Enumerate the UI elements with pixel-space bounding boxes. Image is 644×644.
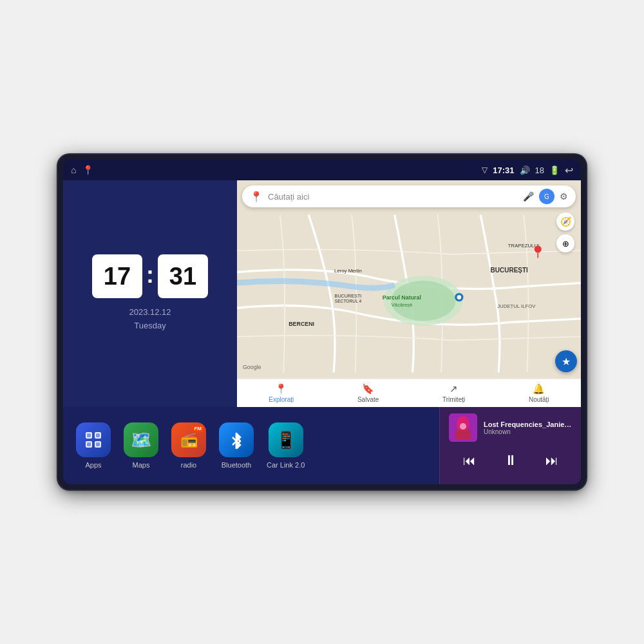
map-navigate-button[interactable]: ★ xyxy=(555,350,577,372)
date-info: 2023.12.12 Tuesday xyxy=(129,306,171,333)
map-nav-news-label: Noutăți xyxy=(529,396,549,403)
next-button[interactable]: ⏭ xyxy=(540,451,564,471)
carlink-icon-box: 📱 xyxy=(269,422,303,457)
status-time: 17:31 xyxy=(493,166,514,175)
car-head-unit: ⌂ 📍 ▽ 17:31 🔊 18 🔋 ↩ 17 : 31 xyxy=(58,155,586,489)
explore-icon: 📍 xyxy=(275,383,287,395)
maps-icon-box: 🗺️ xyxy=(124,422,158,457)
media-controls: ⏮ ⏸ ⏭ xyxy=(449,447,572,474)
status-left: ⌂ 📍 xyxy=(71,165,93,175)
main-content: 17 : 31 2023.12.12 Tuesday xyxy=(63,180,581,484)
clock-widget: 17 : 31 2023.12.12 Tuesday xyxy=(63,180,237,407)
map-nav-news[interactable]: 🔔 Noutăți xyxy=(529,383,549,403)
prev-button[interactable]: ⏮ xyxy=(458,451,481,471)
map-bottom-bar: 📍 Explorați 🔖 Salvate ↗ Trimiteți 🔔 xyxy=(237,379,581,407)
svg-text:BUCUREȘTI: BUCUREȘTI xyxy=(491,267,529,274)
svg-rect-22 xyxy=(96,433,100,437)
svg-point-13 xyxy=(535,245,542,252)
top-section: 17 : 31 2023.12.12 Tuesday xyxy=(63,180,581,407)
media-player: Lost Frequencies_Janieck Devy-... Unknow… xyxy=(439,407,581,484)
app-item-maps[interactable]: 🗺️ Maps xyxy=(124,422,158,469)
svg-text:JUDEȚUL ILFOV: JUDEȚUL ILFOV xyxy=(497,303,536,309)
map-nav-explore[interactable]: 📍 Explorați xyxy=(269,383,294,403)
map-nav-saved[interactable]: 🔖 Salvate xyxy=(357,383,379,403)
maps-label: Maps xyxy=(133,461,150,469)
compass-button[interactable]: 🧭 xyxy=(556,213,574,231)
svg-point-31 xyxy=(460,423,466,430)
clock-display: 17 : 31 xyxy=(92,254,208,298)
screen: ⌂ 📍 ▽ 17:31 🔊 18 🔋 ↩ 17 : 31 xyxy=(63,160,581,484)
media-title: Lost Frequencies_Janieck Devy-... xyxy=(484,421,572,428)
day-value: Tuesday xyxy=(129,319,171,333)
clock-hour: 17 xyxy=(92,254,142,298)
map-layers-button[interactable]: ⊕ xyxy=(556,234,574,252)
map-nav-explore-label: Explorați xyxy=(269,396,294,403)
app-item-bluetooth[interactable]: Bluetooth xyxy=(219,422,254,469)
apps-label: Apps xyxy=(85,461,101,469)
radio-icon-box: 📻 FM xyxy=(171,422,206,457)
bottom-section: Apps 🗺️ Maps 📻 FM radio xyxy=(63,407,581,484)
map-pin-search-icon: 📍 xyxy=(250,191,263,203)
play-pause-button[interactable]: ⏸ xyxy=(498,450,523,471)
share-icon: ↗ xyxy=(450,383,458,395)
volume-icon: 🔊 xyxy=(520,166,530,175)
svg-text:SECTORUL 4: SECTORUL 4 xyxy=(335,299,362,303)
svg-rect-24 xyxy=(96,442,100,446)
map-settings-icon[interactable]: ⚙ xyxy=(560,191,568,202)
app-item-carlink[interactable]: 📱 Car Link 2.0 xyxy=(267,422,305,469)
map-search-input[interactable]: Căutați aici xyxy=(268,192,518,202)
map-nav-send[interactable]: ↗ Trimiteți xyxy=(442,383,465,403)
user-avatar[interactable]: G xyxy=(539,189,554,204)
carlink-label: Car Link 2.0 xyxy=(267,461,305,469)
svg-point-2 xyxy=(391,281,455,321)
clock-colon: : xyxy=(146,261,154,289)
svg-text:BERCENI: BERCENI xyxy=(289,321,314,327)
svg-rect-30 xyxy=(455,430,471,439)
home-icon[interactable]: ⌂ xyxy=(71,165,76,175)
media-artist: Unknown xyxy=(484,428,572,435)
svg-point-16 xyxy=(457,295,462,299)
svg-text:BUCUREȘTI: BUCUREȘTI xyxy=(335,293,362,299)
bell-icon: 🔔 xyxy=(533,383,545,395)
media-track-info: Lost Frequencies_Janieck Devy-... Unknow… xyxy=(449,413,572,442)
map-nav-saved-label: Salvate xyxy=(357,396,379,403)
svg-rect-21 xyxy=(87,433,91,437)
svg-text:TRAPEZULUI: TRAPEZULUI xyxy=(508,243,539,249)
battery-level: 18 xyxy=(535,166,544,175)
battery-icon: 🔋 xyxy=(549,166,560,175)
radio-label: radio xyxy=(181,461,196,469)
fm-badge: FM xyxy=(192,425,204,432)
maps-status-icon[interactable]: 📍 xyxy=(82,165,93,175)
map-search-bar[interactable]: 📍 Căutați aici 🎤 G ⚙ xyxy=(242,185,576,207)
svg-text:Google: Google xyxy=(243,364,261,370)
apps-icon-box xyxy=(76,422,111,457)
bluetooth-label: Bluetooth xyxy=(222,461,251,469)
signal-icon: ▽ xyxy=(482,166,488,175)
bookmark-icon: 🔖 xyxy=(362,383,374,395)
app-item-radio[interactable]: 📻 FM radio xyxy=(171,422,206,469)
date-value: 2023.12.12 xyxy=(129,306,171,319)
media-thumbnail xyxy=(449,413,477,442)
svg-text:Leroy Merlin: Leroy Merlin xyxy=(334,268,362,274)
svg-rect-23 xyxy=(87,442,91,446)
svg-text:Văcărești: Văcărești xyxy=(392,302,413,308)
mic-icon[interactable]: 🎤 xyxy=(523,191,534,202)
map-nav-send-label: Trimiteți xyxy=(442,396,465,403)
back-icon[interactable]: ↩ xyxy=(565,164,573,176)
app-item-apps[interactable]: Apps xyxy=(76,422,111,469)
media-text: Lost Frequencies_Janieck Devy-... Unknow… xyxy=(484,421,572,435)
apps-section: Apps 🗺️ Maps 📻 FM radio xyxy=(63,407,439,484)
clock-minute: 31 xyxy=(158,254,208,298)
svg-text:Parcul Natural: Parcul Natural xyxy=(383,294,421,301)
status-bar: ⌂ 📍 ▽ 17:31 🔊 18 🔋 ↩ xyxy=(63,160,581,180)
map-widget[interactable]: Parcul Natural Văcărești BUCUREȘTI JUDEȚ… xyxy=(237,180,581,407)
status-right: ▽ 17:31 🔊 18 🔋 ↩ xyxy=(482,164,573,176)
bluetooth-icon-box xyxy=(219,422,254,457)
